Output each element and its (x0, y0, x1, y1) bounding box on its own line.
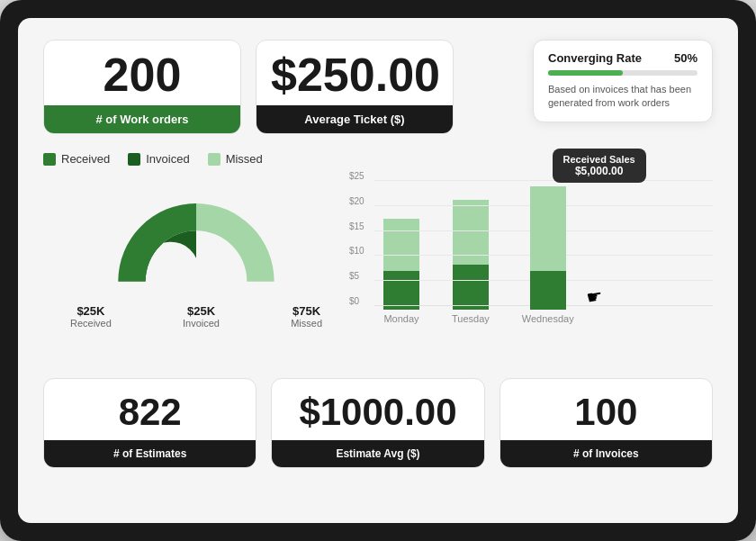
invoices-label: # of Invoices (500, 440, 712, 467)
donut-received-label: $25K Received (70, 304, 112, 329)
legend-missed: Missed (208, 152, 263, 166)
bar-tooltip: Received Sales $5,000.00 (553, 149, 646, 183)
bar-wednesday: Received Sales $5,000.00 ☛ Wednesday (522, 180, 574, 324)
converging-header: Converging Rate 50% (548, 51, 698, 65)
received-label: Received (61, 152, 110, 166)
invoices-number: 100 (500, 379, 712, 440)
bar-wednesday-received (530, 271, 566, 310)
y-label-0: $0 (349, 296, 374, 306)
donut-chart-svg (97, 180, 295, 297)
donut-missed-amount: $75K (291, 304, 322, 318)
donut-invoiced-name: Invoiced (183, 318, 220, 329)
bar-tuesday-missed (453, 200, 489, 265)
avg-ticket-label: Average Ticket ($) (256, 105, 453, 133)
avg-ticket-card: $250.00 Average Ticket ($) (256, 40, 454, 134)
donut-labels: $25K Received $25K Invoiced $75K Missed (70, 304, 322, 329)
donut-invoiced-label: $25K Invoiced (183, 304, 220, 329)
estimates-number: 822 (44, 379, 256, 440)
donut-invoiced-amount: $25K (183, 304, 220, 318)
estimates-card: 822 # of Estimates (43, 378, 256, 468)
bar-tuesday-label: Tuesday (452, 313, 490, 324)
legend-invoiced: Invoiced (128, 152, 189, 166)
bar-monday-missed (383, 219, 419, 271)
missed-label: Missed (226, 152, 263, 166)
invoices-card: 100 # of Invoices (500, 378, 713, 468)
donut-received-amount: $25K (70, 304, 112, 318)
avg-ticket-number: $250.00 (256, 41, 453, 105)
estimate-avg-card: $1000.00 Estimate Avg ($) (271, 378, 484, 468)
bar-chart-area: $25 $20 $15 $10 $5 $0 (349, 180, 713, 360)
work-orders-label: # of Work orders (44, 105, 240, 133)
bar-tuesday-stack (453, 180, 489, 310)
converging-rate-card: Converging Rate 50% Based on invoices th… (533, 40, 713, 122)
y-label-5: $5 (349, 271, 374, 281)
bar-wednesday-missed (530, 186, 566, 271)
bar-monday-received (383, 271, 419, 310)
converging-percentage: 50% (674, 51, 698, 65)
legend-received: Received (43, 152, 110, 166)
donut-received-name: Received (70, 318, 112, 329)
bar-monday-stack (383, 180, 419, 310)
work-orders-number: 200 (44, 41, 240, 105)
donut-missed-label: $75K Missed (291, 304, 322, 329)
progress-bar-background (548, 70, 698, 76)
bar-wednesday-label: Wednesday (522, 313, 574, 324)
donut-chart-area: $25K Received $25K Invoiced $75K Missed (43, 180, 349, 329)
converging-title: Converging Rate (548, 51, 642, 65)
bar-tuesday-received (453, 265, 489, 310)
y-label-15: $15 (349, 221, 374, 231)
screen: 200 # of Work orders $250.00 Average Tic… (18, 18, 738, 523)
invoiced-label: Invoiced (146, 152, 189, 166)
bar-monday: Monday (383, 180, 419, 324)
bottom-metrics-row: 822 # of Estimates $1000.00 Estimate Avg… (43, 378, 713, 468)
progress-bar-fill (548, 70, 623, 76)
received-dot (43, 153, 56, 166)
invoiced-dot (128, 153, 140, 166)
tooltip-title: Received Sales (563, 154, 635, 165)
bars-container: Monday Tuesday (374, 180, 713, 324)
y-label-10: $10 (349, 246, 374, 256)
middle-section: $25K Received $25K Invoiced $75K Missed (43, 180, 713, 360)
bar-tuesday: Tuesday (452, 180, 490, 324)
tooltip-value: $5,000.00 (563, 165, 635, 177)
y-label-25: $25 (349, 171, 374, 181)
bar-wednesday-stack (530, 180, 566, 310)
converging-description: Based on invoices that has been generate… (548, 83, 698, 111)
estimate-avg-number: $1000.00 (272, 379, 483, 440)
bar-monday-label: Monday (383, 313, 418, 324)
bar-chart-wrapper: $25 $20 $15 $10 $5 $0 (349, 180, 713, 324)
donut-missed-name: Missed (291, 318, 322, 329)
estimates-label: # of Estimates (44, 440, 256, 467)
missed-dot (208, 153, 220, 166)
work-orders-card: 200 # of Work orders (43, 40, 241, 134)
device-frame: 200 # of Work orders $250.00 Average Tic… (0, 0, 756, 541)
cursor-icon: ☛ (585, 285, 605, 310)
y-axis: $25 $20 $15 $10 $5 $0 (349, 171, 374, 306)
y-label-20: $20 (349, 196, 374, 206)
estimate-avg-label: Estimate Avg ($) (272, 440, 483, 467)
